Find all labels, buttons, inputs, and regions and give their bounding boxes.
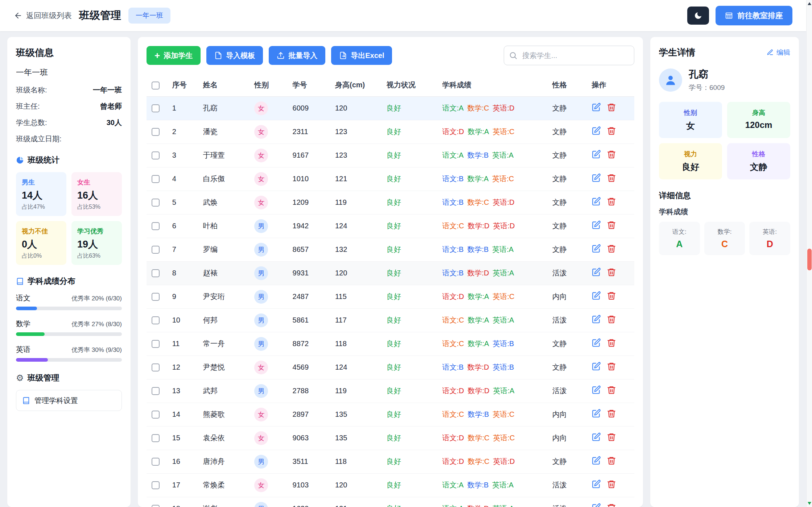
delete-row-button[interactable] — [607, 503, 616, 507]
delete-row-button[interactable] — [607, 432, 616, 444]
seating-button[interactable]: 前往教室排座 — [716, 6, 792, 25]
row-checkbox[interactable] — [152, 387, 160, 395]
row-checkbox[interactable] — [152, 222, 160, 230]
class-badge: 一年一班 — [128, 8, 170, 24]
search-input[interactable] — [504, 46, 634, 65]
edit-row-button[interactable] — [592, 244, 601, 255]
delete-row-button[interactable] — [607, 220, 616, 232]
row-checkbox[interactable] — [152, 411, 160, 419]
edit-row-button[interactable] — [592, 267, 601, 279]
student-row[interactable]: 2潘瓷女2311123良好语文:D数学:A英语:C文静 — [147, 120, 634, 144]
row-checkbox[interactable] — [152, 505, 160, 507]
export-excel-button[interactable]: 导出Excel — [331, 46, 392, 65]
row-checkbox[interactable] — [152, 340, 160, 348]
edit-row-button[interactable] — [592, 409, 601, 420]
row-checkbox[interactable] — [152, 269, 160, 277]
page-scrollbar[interactable] — [806, 0, 812, 507]
delete-row-button[interactable] — [607, 456, 616, 467]
back-link[interactable]: 返回班级列表 — [14, 11, 72, 21]
edit-row-button[interactable] — [592, 173, 601, 184]
delete-row-button[interactable] — [607, 385, 616, 396]
student-row[interactable]: 11常一舟男8872118良好语文:C数学:A英语:B文静 — [147, 332, 634, 356]
edit-row-button[interactable] — [592, 197, 601, 208]
delete-row-button[interactable] — [607, 362, 616, 373]
edit-row-button[interactable] — [592, 503, 601, 507]
row-checkbox[interactable] — [152, 434, 160, 442]
vision-status: 良好 — [382, 120, 437, 144]
delete-row-button[interactable] — [607, 173, 616, 184]
row-checkbox[interactable] — [152, 104, 160, 112]
delete-row-button[interactable] — [607, 338, 616, 349]
edit-row-button[interactable] — [592, 432, 601, 444]
row-number: 6 — [167, 214, 198, 238]
row-checkbox[interactable] — [152, 175, 160, 183]
student-name: 武邦 — [198, 379, 250, 403]
row-checkbox[interactable] — [152, 293, 160, 301]
grade-subject-label: 语文: — [662, 228, 697, 236]
delete-row-button[interactable] — [607, 315, 616, 326]
row-checkbox[interactable] — [152, 246, 160, 254]
row-checkbox[interactable] — [152, 458, 160, 466]
grade-token: 数学:D — [467, 363, 489, 371]
edit-pencil-icon — [592, 291, 601, 300]
add-student-button[interactable]: + 添加学生 — [147, 46, 201, 65]
student-row[interactable]: 3于瑾萱女9167123良好语文:A数学:B英语:A文静 — [147, 144, 634, 167]
edit-row-button[interactable] — [592, 103, 601, 114]
student-row[interactable]: 6叶柏男1942124良好语文:C数学:D英语:D文静 — [147, 214, 634, 238]
edit-student-link[interactable]: 编辑 — [767, 48, 790, 57]
scrollbar-thumb[interactable] — [807, 249, 812, 270]
edit-row-button[interactable] — [592, 291, 601, 302]
student-row[interactable]: 7罗编男8657132良好语文:B数学:B英语:A文静 — [147, 238, 634, 261]
row-checkbox[interactable] — [152, 151, 160, 159]
edit-row-button[interactable] — [592, 338, 601, 349]
student-row[interactable]: 8赵裱男9931120良好语文:B数学:D英语:A活泼 — [147, 261, 634, 285]
student-row[interactable]: 9尹安珩男2487115良好语文:D数学:A英语:C内向 — [147, 285, 634, 308]
edit-row-button[interactable] — [592, 479, 601, 491]
grade-token: 语文:B — [442, 269, 463, 277]
student-row[interactable]: 5武焕女1209119良好语文:B数学:C英语:D文静 — [147, 191, 634, 214]
edit-row-button[interactable] — [592, 126, 601, 137]
edit-row-button[interactable] — [592, 456, 601, 467]
row-checkbox[interactable] — [152, 128, 160, 136]
row-checkbox[interactable] — [152, 199, 160, 207]
vision-status: 良好 — [382, 403, 437, 426]
delete-row-button[interactable] — [607, 244, 616, 255]
edit-row-button[interactable] — [592, 315, 601, 326]
select-all-checkbox[interactable] — [152, 82, 160, 90]
dark-mode-toggle[interactable] — [687, 7, 709, 25]
row-checkbox[interactable] — [152, 316, 160, 324]
student-row[interactable]: 16唐沛舟男3511118良好语文:D数学:C英语:D文静 — [147, 450, 634, 473]
row-checkbox[interactable] — [152, 481, 160, 489]
gender-badge: 男 — [254, 290, 268, 304]
scroll-down-arrow-icon[interactable] — [808, 502, 811, 505]
delete-row-button[interactable] — [607, 103, 616, 114]
student-row[interactable]: 12尹楚悦女4569124良好语文:B数学:D英语:B文静 — [147, 356, 634, 379]
student-row[interactable]: 15袁朵依女9063135良好语文:D数学:C英语:C内向 — [147, 426, 634, 450]
student-row[interactable]: 14熊菱歌女2897135良好语文:C数学:B英语:C内向 — [147, 403, 634, 426]
student-row[interactable]: 18谢彪男1620121良好语文:A数学:D英语:A活泼 — [147, 497, 634, 507]
student-row[interactable]: 4白乐伮女1010121良好语文:B数学:A英语:C文静 — [147, 167, 634, 191]
delete-row-button[interactable] — [607, 409, 616, 420]
delete-row-button[interactable] — [607, 197, 616, 208]
delete-row-button[interactable] — [607, 150, 616, 161]
delete-row-button[interactable] — [607, 479, 616, 491]
student-row[interactable]: 17常焕柔女9103120良好语文:A数学:B英语:A活泼 — [147, 473, 634, 497]
import-template-button[interactable]: 导入模板 — [206, 46, 263, 65]
class-info-fields: 班级名称:一年一班班主任:曾老师学生总数:30人班级成立日期: — [16, 85, 122, 144]
edit-row-button[interactable] — [592, 385, 601, 396]
batch-import-button[interactable]: 批量导入 — [269, 46, 325, 65]
delete-row-button[interactable] — [607, 267, 616, 279]
delete-row-button[interactable] — [607, 126, 616, 137]
manage-subjects-button[interactable]: 管理学科设置 — [16, 390, 122, 411]
gender-badge: 女 — [254, 101, 268, 115]
row-checkbox[interactable] — [152, 363, 160, 371]
student-row[interactable]: 10何邦男5861117良好语文:C数学:A英语:A活泼 — [147, 308, 634, 332]
scroll-up-arrow-icon[interactable] — [808, 2, 811, 5]
student-id: 8872 — [288, 332, 330, 356]
delete-row-button[interactable] — [607, 291, 616, 302]
edit-row-button[interactable] — [592, 150, 601, 161]
edit-row-button[interactable] — [592, 362, 601, 373]
edit-row-button[interactable] — [592, 220, 601, 232]
student-row[interactable]: 13武邦男2788119良好语文:D数学:D英语:A活泼 — [147, 379, 634, 403]
student-row[interactable]: 1孔窈女6009120良好语文:A数学:C英语:D文静 — [147, 96, 634, 120]
